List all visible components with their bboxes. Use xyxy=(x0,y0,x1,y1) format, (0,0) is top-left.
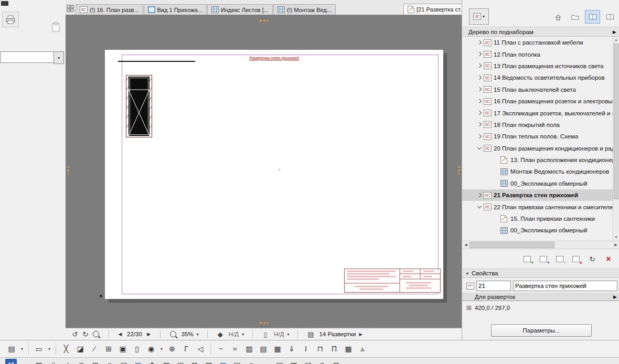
chevron-right-icon[interactable] xyxy=(476,133,484,141)
tree-item[interactable]: 14 Ведомость осветительных приборов xyxy=(462,72,613,83)
tree-item[interactable]: 00_Экспликация обмерный xyxy=(462,224,613,236)
hatch-icon[interactable]: ▨ xyxy=(243,342,255,355)
subset-arrow-icon[interactable]: ▶ xyxy=(359,332,362,337)
tree-item[interactable]: 18 План покрытий пола xyxy=(462,119,613,131)
chevron-right-icon[interactable] xyxy=(476,98,484,105)
beam-icon[interactable]: Π xyxy=(328,342,340,355)
tool-e-icon[interactable]: ◉ xyxy=(75,359,88,364)
tool-m-icon[interactable]: ⊠ xyxy=(188,359,201,364)
publisher-icon[interactable]: ▤ xyxy=(5,342,18,355)
zoom-icon[interactable] xyxy=(168,329,178,339)
pencil-icon[interactable]: ∕ xyxy=(88,342,101,355)
subset-value[interactable]: 14 Развертки xyxy=(319,331,356,337)
tab-item[interactable]: Вид 1 Прихожа... xyxy=(144,4,207,15)
chevron-down-icon[interactable] xyxy=(476,203,484,211)
tree-item[interactable]: 00_Экспликация обмерный xyxy=(462,178,613,189)
layout-id-field[interactable] xyxy=(476,281,511,291)
scroll-thumb[interactable] xyxy=(469,242,554,248)
tool-q-icon[interactable]: ≡ xyxy=(245,359,258,364)
tab-item[interactable]: Индекс Листов [... xyxy=(207,4,273,15)
project-home-button[interactable] xyxy=(550,10,565,24)
tree-item[interactable]: 21 Развертка стен прихожей xyxy=(462,189,613,201)
tool-w-icon[interactable]: ⊟ xyxy=(330,359,343,364)
tree-item[interactable]: 22 План привязки сантехники и смесителей xyxy=(462,201,613,212)
tool-s-icon[interactable]: ▤ xyxy=(273,359,286,364)
tree-item[interactable]: 13 План размещения источников света xyxy=(462,60,613,72)
frame-icon[interactable]: ▣ xyxy=(116,342,129,355)
duplicate-icon[interactable]: ⊞ xyxy=(102,342,115,355)
cut-icon[interactable]: ╳ xyxy=(60,342,72,355)
drawing-manager-button[interactable]: ▾ xyxy=(469,8,489,25)
scroll-right-icon[interactable]: ▶ xyxy=(612,243,619,247)
scroll-up-icon[interactable]: ▲ xyxy=(613,37,619,43)
region-icon[interactable]: ▯ xyxy=(131,342,143,355)
back-icon[interactable]: ↺ xyxy=(70,329,80,339)
new-layout-button[interactable]: + xyxy=(521,254,533,264)
tool-t-icon[interactable]: ▦ xyxy=(287,359,300,364)
scroll-thumb[interactable] xyxy=(614,44,618,199)
schedule-icon[interactable]: ▦ xyxy=(342,342,355,355)
tree-item[interactable]: 11 План с расстановкой мебели xyxy=(462,37,613,48)
tree-item[interactable]: 15 План выключателей света xyxy=(462,84,613,95)
pen-dropdown-icon[interactable]: ▾ xyxy=(242,332,244,337)
parameters-button[interactable]: Параметры... xyxy=(491,324,592,337)
print-button[interactable] xyxy=(2,12,19,27)
tree-header[interactable]: Дерево по поднаборам ▶ xyxy=(462,27,619,37)
tool-u-icon[interactable]: ◪ xyxy=(302,359,314,364)
tool-b-icon[interactable]: ▨ xyxy=(33,359,45,364)
layout-name-field[interactable] xyxy=(513,281,617,291)
tool-n-icon[interactable]: ▧ xyxy=(202,359,215,364)
tree-item[interactable]: 13. План расположения кондиционеров xyxy=(462,154,613,166)
combo-dropdown-icon[interactable]: ▾ xyxy=(54,51,64,64)
title-block[interactable] xyxy=(344,269,441,293)
layout-canvas[interactable]: × Развертка стен прихожей + xyxy=(66,15,462,328)
properties-header[interactable]: ▾ Свойства xyxy=(462,269,619,278)
door-elevation-drawing[interactable] xyxy=(126,75,152,137)
layout-book-button[interactable] xyxy=(585,10,600,24)
eraser-icon[interactable]: ◪ xyxy=(74,342,87,355)
spline-icon[interactable]: ~ xyxy=(215,342,227,355)
tool-i-icon[interactable]: ▦ xyxy=(132,359,144,364)
tree-item[interactable]: 17 Экспликация розеток, выключателей и э… xyxy=(462,107,613,119)
chevron-down-icon[interactable] xyxy=(476,144,484,152)
zoom-fit-icon[interactable] xyxy=(91,329,101,339)
camera-icon[interactable]: ◉ xyxy=(145,342,157,355)
dropdown-arrow-icon[interactable]: ▾ xyxy=(159,342,164,355)
tool-c-icon[interactable]: # xyxy=(47,359,59,364)
chevron-right-icon[interactable] xyxy=(476,191,484,199)
scroll-down-icon[interactable]: ▼ xyxy=(613,234,619,240)
chevron-right-icon[interactable] xyxy=(476,74,484,82)
camera-add-icon[interactable]: ⊕ xyxy=(166,342,178,355)
zoom-level[interactable]: 35% xyxy=(182,331,194,337)
story-badge[interactable]: 13 xyxy=(5,359,17,364)
tool-f-icon[interactable]: ⊞ xyxy=(89,359,102,364)
tool-g-icon[interactable]: ≡ xyxy=(103,359,116,364)
chevron-right-icon[interactable] xyxy=(476,39,484,47)
tree-item[interactable]: Монтаж Ведомость кондиционеров xyxy=(462,166,613,177)
layer-combination-value[interactable]: Н/Д xyxy=(274,331,284,337)
favorites-input[interactable] xyxy=(0,51,54,63)
announce-icon[interactable]: ◁ xyxy=(194,342,207,355)
grid-icon[interactable]: ▦ xyxy=(271,342,284,355)
tab-item[interactable]: (!) Монтаж Вед... xyxy=(273,4,336,15)
subset-row[interactable]: Для разверток ▶ xyxy=(462,293,619,301)
publisher-button[interactable] xyxy=(602,10,617,24)
layout-pager[interactable]: 22/30 xyxy=(127,331,142,337)
dropdown-arrow-icon[interactable]: ▾ xyxy=(19,342,25,355)
tab-overview-button[interactable] xyxy=(67,3,74,14)
chevron-right-icon[interactable] xyxy=(476,50,484,58)
tree-item[interactable]: 20 План размещения кондиционеров и радиа xyxy=(462,143,613,154)
zoom-dropdown-icon[interactable]: ▾ xyxy=(197,332,199,337)
project-map-button[interactable] xyxy=(568,10,583,24)
forward-icon[interactable]: ↻ xyxy=(80,329,91,339)
column-icon[interactable]: I xyxy=(300,342,312,355)
tool-o-icon[interactable]: ▦ xyxy=(217,359,229,364)
layout-sheet[interactable]: Развертка стен прихожей + xyxy=(105,50,443,299)
slab-icon[interactable]: ⊓ xyxy=(314,342,326,355)
next-layout-icon[interactable]: ▶ xyxy=(145,329,153,339)
tree-item[interactable]: 12 План потолка xyxy=(462,48,613,60)
wave-icon[interactable]: ≈ xyxy=(229,342,241,355)
tree-vertical-scrollbar[interactable]: ▲ ▼ xyxy=(613,37,619,240)
tool-v-icon[interactable]: ▯ xyxy=(316,359,328,364)
tool-a-icon[interactable]: ▭ xyxy=(18,359,31,364)
